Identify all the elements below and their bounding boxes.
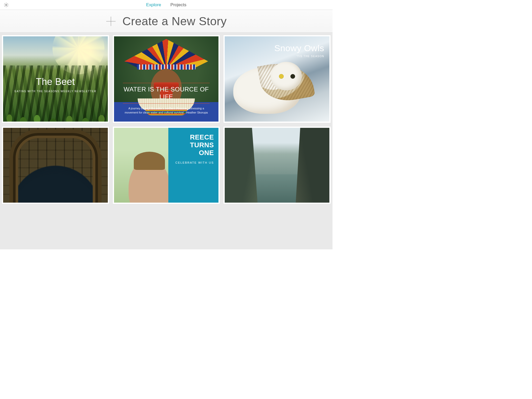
story-title: REECE TURNS ONE bbox=[173, 134, 214, 157]
plus-icon bbox=[106, 16, 116, 26]
tab-projects[interactable]: Projects bbox=[170, 2, 186, 8]
story-card-water-source[interactable]: WATER IS THE SOURCE OF LIFE A journey th… bbox=[112, 35, 220, 123]
story-card-snowy-owls[interactable]: Snowy Owls 'TIS THE SEASON bbox=[223, 35, 331, 123]
svg-point-0 bbox=[5, 4, 7, 5]
story-card-the-beet[interactable]: The Beet EATING WITH THE SEASONS WEEKLY … bbox=[2, 35, 109, 123]
divider bbox=[123, 103, 210, 104]
story-title: WATER IS THE SOURCE OF LIFE bbox=[121, 86, 211, 101]
create-story-label: Create a New Story bbox=[122, 15, 227, 28]
settings-button[interactable] bbox=[4, 2, 9, 8]
create-story-button[interactable]: Create a New Story bbox=[0, 10, 332, 33]
nav-tabs: Explore Projects bbox=[146, 2, 186, 8]
divider bbox=[123, 83, 210, 83]
story-subtitle: CELEBRATE WITH US bbox=[173, 161, 214, 165]
stories-grid: The Beet EATING WITH THE SEASONS WEEKLY … bbox=[0, 33, 332, 249]
story-panel: REECE TURNS ONE CELEBRATE WITH US bbox=[168, 128, 218, 203]
story-card-cliffs[interactable] bbox=[223, 126, 331, 204]
story-subtitle: 'TIS THE SEASON bbox=[274, 55, 324, 58]
story-title: The Beet bbox=[3, 76, 108, 87]
story-title: Snowy Owls bbox=[274, 43, 324, 53]
story-card-reece[interactable]: REECE TURNS ONE CELEBRATE WITH US bbox=[112, 126, 220, 204]
gear-icon bbox=[4, 2, 9, 8]
tab-explore[interactable]: Explore bbox=[146, 2, 161, 8]
story-subtitle: EATING WITH THE SEASONS WEEKLY NEWSLETTE… bbox=[3, 90, 108, 93]
story-subtitle: A journey through Ecuador's northern Ama… bbox=[121, 106, 211, 115]
story-card-arch[interactable] bbox=[2, 126, 109, 204]
top-nav: Explore Projects bbox=[0, 0, 332, 10]
